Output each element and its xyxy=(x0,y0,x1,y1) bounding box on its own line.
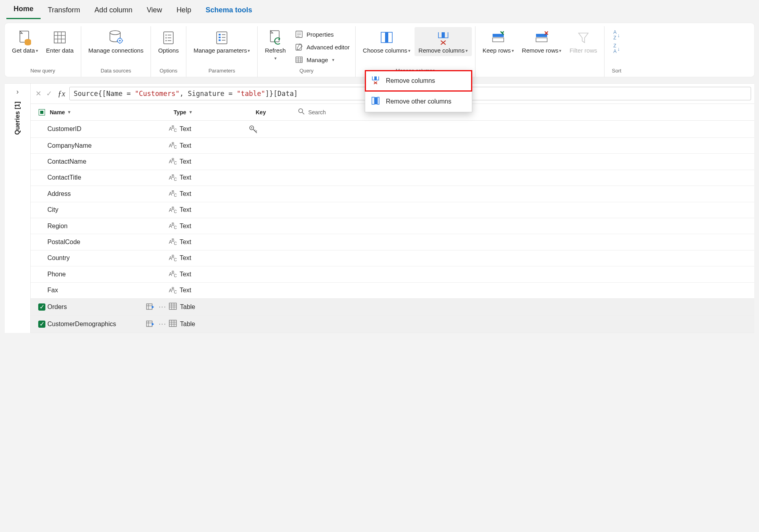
search-icon xyxy=(298,108,305,116)
row-type: ABCText xyxy=(169,270,248,278)
svg-rect-49 xyxy=(372,97,374,104)
options-list-icon xyxy=(161,28,176,47)
svg-rect-45 xyxy=(493,38,504,42)
sort-asc-button[interactable]: AZ ↓ xyxy=(613,29,620,41)
get-data-button[interactable]: Get data▾ xyxy=(8,27,42,56)
workspace: › Queries [1] ✕ ✓ ƒx Source{[Name = "Cus… xyxy=(5,83,754,333)
select-all-checkbox[interactable] xyxy=(39,109,45,115)
menu-remove-other-columns[interactable]: Remove other columns xyxy=(365,91,472,112)
row-type: ABCText xyxy=(169,238,248,246)
parameters-icon xyxy=(214,28,230,47)
schema-row[interactable]: ContactNameABCText xyxy=(31,154,754,170)
row-type: ABCText xyxy=(169,206,248,214)
cancel-formula-icon[interactable]: ✕ xyxy=(35,89,41,98)
enter-data-button[interactable]: Enter data xyxy=(42,27,78,56)
remove-other-columns-icon xyxy=(371,96,380,107)
ribbon-group-label-sort: Sort xyxy=(604,65,628,77)
enter-data-icon xyxy=(52,28,67,47)
manage-parameters-button[interactable]: Manage parameters▾ xyxy=(190,27,254,56)
ribbon-group-label-rows xyxy=(475,65,604,77)
queries-pane-title: Queries [1] xyxy=(14,102,21,135)
row-checkbox[interactable]: ✓ xyxy=(38,321,45,328)
remove-columns-button[interactable]: Remove columns▾ xyxy=(415,27,472,56)
text-type-icon: ABC xyxy=(169,125,176,133)
tab-help[interactable]: Help xyxy=(169,2,198,19)
svg-rect-51 xyxy=(378,97,379,104)
sort-desc-button[interactable]: ZA ↓ xyxy=(613,43,620,54)
advanced-editor-button[interactable]: Advanced editor xyxy=(292,41,352,53)
schema-row[interactable]: CountryABCText xyxy=(31,250,754,266)
svg-rect-26 xyxy=(219,37,221,38)
schema-row[interactable]: RegionABCText xyxy=(31,218,754,234)
navigate-icon[interactable] xyxy=(146,303,155,311)
svg-rect-43 xyxy=(442,32,445,38)
ribbon-group-query: Refresh▾ Properties Advanced editor xyxy=(258,26,356,77)
row-type: ABCText xyxy=(169,287,248,294)
database-gear-icon xyxy=(107,28,125,47)
manage-table-icon xyxy=(295,56,303,64)
svg-rect-56 xyxy=(147,304,152,309)
expand-queries-icon[interactable]: › xyxy=(16,88,19,96)
sort-asc-icon: AZ xyxy=(613,29,616,41)
ribbon-group-manage-columns: Choose columns▾ Remove columns▾ Manage c… xyxy=(356,26,475,77)
row-name: Phone xyxy=(47,271,169,278)
svg-point-21 xyxy=(166,40,167,41)
tab-transform[interactable]: Transform xyxy=(41,2,87,19)
row-checkbox[interactable]: ✓ xyxy=(38,303,45,311)
schema-row[interactable]: CustomerIDABCText xyxy=(31,121,754,138)
key-icon xyxy=(248,125,288,133)
svg-point-52 xyxy=(299,109,303,113)
ribbon-group-options: Options Options xyxy=(151,26,186,77)
schema-row[interactable]: ✓Orders···Table xyxy=(31,299,754,316)
choose-columns-button[interactable]: Choose columns▾ xyxy=(359,27,415,56)
commit-formula-icon[interactable]: ✓ xyxy=(46,89,52,98)
tab-add-column[interactable]: Add column xyxy=(87,2,139,19)
schema-row[interactable]: PostalCodeABCText xyxy=(31,234,754,250)
svg-rect-48 xyxy=(374,76,377,80)
column-header-type[interactable]: Type▾ xyxy=(174,109,253,115)
row-name: CompanyName xyxy=(47,142,169,149)
schema-row[interactable]: CompanyNameABCText xyxy=(31,138,754,154)
ribbon-group-data-sources: Manage connections Data sources xyxy=(81,26,151,77)
remove-columns-menu: Remove columns Remove other columns xyxy=(365,70,472,112)
filter-rows-button: Filter rows xyxy=(565,27,601,56)
keep-rows-button[interactable]: Keep rows▾ xyxy=(479,27,518,56)
text-type-icon: ABC xyxy=(169,238,176,246)
manage-connections-button[interactable]: Manage connections xyxy=(84,27,147,56)
row-type: Table xyxy=(169,320,248,329)
properties-button[interactable]: Properties xyxy=(292,29,352,40)
row-type: Table xyxy=(169,303,248,311)
row-type: ABCText xyxy=(169,174,248,182)
svg-rect-36 xyxy=(296,57,302,63)
sort-desc-icon: ZA xyxy=(613,43,616,54)
options-button[interactable]: Options xyxy=(154,27,183,56)
manage-query-button[interactable]: Manage▾ xyxy=(292,54,352,65)
column-header-name[interactable]: Name▾ xyxy=(50,109,171,115)
tab-view[interactable]: View xyxy=(139,2,169,19)
row-name: Fax xyxy=(47,287,169,294)
ribbon-group-label-query: Query xyxy=(258,65,355,77)
schema-row[interactable]: ✓CustomerDemographics···Table xyxy=(31,316,754,333)
svg-rect-4 xyxy=(54,32,65,43)
schema-row[interactable]: CityABCText xyxy=(31,202,754,218)
refresh-button[interactable]: Refresh▾ xyxy=(261,27,290,64)
fx-icon: ƒx xyxy=(58,89,65,98)
row-more-icon[interactable]: ··· xyxy=(156,303,169,311)
row-type: ABCText xyxy=(169,125,248,133)
schema-row[interactable]: AddressABCText xyxy=(31,186,754,202)
queries-pane-collapsed[interactable]: › Queries [1] xyxy=(5,84,31,333)
schema-row[interactable]: FaxABCText xyxy=(31,283,754,299)
filter-rows-icon xyxy=(575,28,591,47)
remove-rows-button[interactable]: Remove rows▾ xyxy=(518,27,566,56)
ribbon-group-label-data-sources: Data sources xyxy=(81,65,151,77)
tab-schema-tools[interactable]: Schema tools xyxy=(198,2,259,19)
menu-remove-columns[interactable]: Remove columns xyxy=(365,70,472,91)
schema-row[interactable]: PhoneABCText xyxy=(31,266,754,282)
tab-home[interactable]: Home xyxy=(6,1,41,19)
text-type-icon: ABC xyxy=(169,142,176,149)
row-more-icon[interactable]: ··· xyxy=(156,321,169,328)
svg-rect-59 xyxy=(169,303,176,309)
svg-rect-50 xyxy=(375,97,377,104)
schema-row[interactable]: ContactTitleABCText xyxy=(31,170,754,186)
navigate-icon[interactable] xyxy=(146,320,155,328)
